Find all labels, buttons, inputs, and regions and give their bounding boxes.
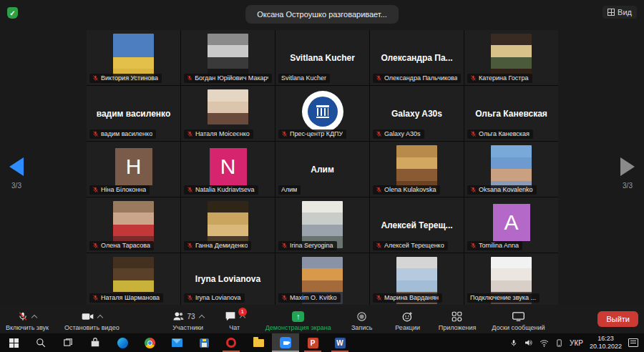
tray-speaker-icon[interactable] bbox=[524, 338, 533, 347]
security-shield-icon[interactable]: ✓ bbox=[7, 7, 18, 19]
participant-tile[interactable]: вадим василенко вадим василенко bbox=[87, 86, 180, 141]
reactions-icon bbox=[402, 311, 413, 322]
reactions-button[interactable]: Реакции bbox=[393, 308, 423, 331]
tray-mic-icon[interactable] bbox=[510, 338, 517, 348]
mic-muted-icon bbox=[18, 311, 28, 322]
action-center-icon[interactable] bbox=[628, 338, 638, 347]
participant-name: Богдан Юрійович Макарч... bbox=[195, 74, 268, 82]
participant-tile[interactable]: Богдан Юрійович Макарч... bbox=[181, 30, 275, 85]
record-label: Запись bbox=[351, 324, 373, 331]
word-button[interactable]: W bbox=[326, 333, 353, 352]
previous-page-nav[interactable]: 3/3 bbox=[6, 157, 27, 190]
stop-video-button[interactable]: Остановить видео bbox=[64, 308, 119, 331]
participant-name: Наталя Моісеєнко bbox=[195, 130, 250, 137]
muted-mic-icon bbox=[187, 186, 193, 193]
participant-tile[interactable]: Ольга Каневская Ольга Каневская bbox=[464, 86, 558, 141]
participant-tile[interactable]: Алим Алим bbox=[275, 142, 369, 197]
opera-button[interactable] bbox=[218, 333, 245, 352]
participant-tile[interactable]: Svitlana Kucher Svitlana Kucher bbox=[275, 30, 369, 85]
view-button[interactable]: Вид bbox=[602, 6, 637, 19]
muted-mic-icon bbox=[376, 242, 382, 249]
clock[interactable]: 16:23 20.10.2022 bbox=[590, 335, 622, 351]
participant-tile[interactable]: Galaxy A30s Galaxy A30s bbox=[370, 86, 464, 141]
muted-mic-icon bbox=[187, 130, 193, 137]
start-button[interactable] bbox=[0, 333, 27, 352]
participant-name: Прес-центр КДПУ bbox=[290, 130, 343, 137]
participant-name: вадим василенко bbox=[101, 130, 152, 137]
unmute-options-chevron[interactable] bbox=[31, 314, 37, 320]
record-icon bbox=[356, 311, 367, 322]
participant-tile[interactable]: Наталя Моісеєнко bbox=[181, 86, 275, 141]
zoom-icon bbox=[280, 337, 291, 348]
participant-name: Катерина Гостра bbox=[479, 74, 529, 82]
university-logo-emblem bbox=[308, 97, 338, 127]
mail-button[interactable] bbox=[163, 333, 190, 352]
windows-logo-icon bbox=[9, 338, 19, 348]
task-view-button[interactable] bbox=[54, 333, 82, 352]
record-button[interactable]: Запись bbox=[347, 308, 377, 331]
floppy-app-button[interactable] bbox=[190, 333, 218, 352]
unmute-button[interactable]: Включить звук bbox=[6, 308, 49, 331]
name-tag: Ніна Білоконна bbox=[89, 185, 150, 195]
search-button[interactable] bbox=[27, 333, 54, 352]
participant-tile[interactable]: Ганна Демиденко bbox=[181, 197, 275, 253]
name-tag: Iryna Lovianova bbox=[184, 293, 245, 303]
muted-mic-icon bbox=[470, 130, 477, 137]
participant-name: Iryna Lovianova bbox=[195, 294, 241, 301]
whiteboards-label: Доски сообщений bbox=[492, 324, 545, 331]
participant-tile[interactable]: Maxim O. Kvitko bbox=[275, 253, 369, 305]
next-page-arrow-icon[interactable] bbox=[620, 157, 635, 176]
participant-name: Ганна Демиденко bbox=[195, 242, 248, 249]
chrome-button[interactable] bbox=[136, 333, 163, 352]
participant-name: Марина Варданян bbox=[384, 294, 439, 301]
whiteboards-button[interactable]: Доски сообщений bbox=[492, 308, 545, 331]
tray-wifi-icon[interactable] bbox=[540, 339, 549, 347]
chat-button[interactable]: Чат 1 bbox=[220, 308, 250, 331]
exit-button[interactable]: Выйти bbox=[597, 311, 638, 327]
next-page-nav[interactable]: 3/3 bbox=[617, 157, 638, 190]
participant-tile[interactable]: Олена Тарасова bbox=[87, 197, 180, 253]
participant-tile[interactable]: Olena Kulakovska bbox=[370, 142, 464, 197]
participant-tile[interactable]: Подключение звука ... bbox=[464, 253, 558, 305]
share-screen-button[interactable]: ↑ Демонстрация экрана bbox=[265, 308, 331, 331]
participant-tile[interactable]: Виктория Устинова bbox=[87, 30, 180, 85]
video-options-chevron[interactable] bbox=[97, 314, 103, 320]
participant-tile[interactable]: A Tomilina Anna bbox=[464, 197, 558, 253]
participant-tile[interactable]: Irina Seryogina bbox=[275, 197, 369, 253]
participant-tile[interactable]: Прес-центр КДПУ bbox=[275, 86, 369, 141]
muted-mic-icon bbox=[376, 130, 382, 137]
windows-taskbar: P W УКР 16:23 20.10.2022 bbox=[0, 333, 644, 352]
previous-page-arrow-icon[interactable] bbox=[9, 157, 24, 176]
participant-tile[interactable]: Н Ніна Білоконна bbox=[87, 142, 180, 197]
microsoft-store-button[interactable] bbox=[82, 333, 109, 352]
participant-tile[interactable]: Oksana Kovalenko bbox=[464, 142, 558, 197]
participant-tile[interactable]: Алексей Терещ... Алексей Терещенко bbox=[370, 197, 464, 253]
participant-name: Алим bbox=[281, 186, 297, 193]
zoom-app-button[interactable] bbox=[272, 333, 299, 352]
participant-tile[interactable]: Катерина Гостра bbox=[464, 30, 558, 85]
name-tag: Svitlana Kucher bbox=[278, 74, 330, 83]
participants-count: 73 bbox=[187, 313, 195, 321]
participants-options-chevron[interactable] bbox=[198, 314, 204, 320]
participant-name: Maxim O. Kvitko bbox=[290, 294, 337, 301]
language-indicator[interactable]: УКР bbox=[570, 339, 583, 347]
name-tag: Ольга Каневская bbox=[467, 129, 533, 139]
powerpoint-icon: P bbox=[308, 338, 318, 348]
participant-tile[interactable]: Наталя Шарманова bbox=[87, 253, 180, 305]
participant-tile[interactable]: Олександра Па... Олександра Пальчикова bbox=[370, 30, 464, 85]
tray-phone-link-icon[interactable] bbox=[555, 338, 563, 348]
apps-label: Приложения bbox=[439, 324, 477, 331]
apps-button[interactable]: Приложения bbox=[439, 308, 477, 331]
participant-tile[interactable]: Iryna Lovianova Iryna Lovianova bbox=[181, 253, 275, 305]
file-explorer-button[interactable] bbox=[245, 333, 272, 352]
edge-icon bbox=[117, 338, 128, 348]
opera-icon bbox=[226, 338, 236, 348]
participants-button[interactable]: 73 Участники bbox=[172, 308, 204, 331]
edge-button[interactable] bbox=[109, 333, 136, 352]
participant-name: Oksana Kovalenko bbox=[479, 186, 533, 193]
participant-tile[interactable]: Марина Варданян bbox=[370, 253, 464, 305]
participant-tile[interactable]: N Natalia Kudriavtseva bbox=[181, 142, 275, 197]
powerpoint-button[interactable]: P bbox=[299, 333, 326, 352]
participant-name: Олександра Пальчикова bbox=[384, 74, 457, 82]
muted-mic-icon bbox=[92, 74, 99, 82]
